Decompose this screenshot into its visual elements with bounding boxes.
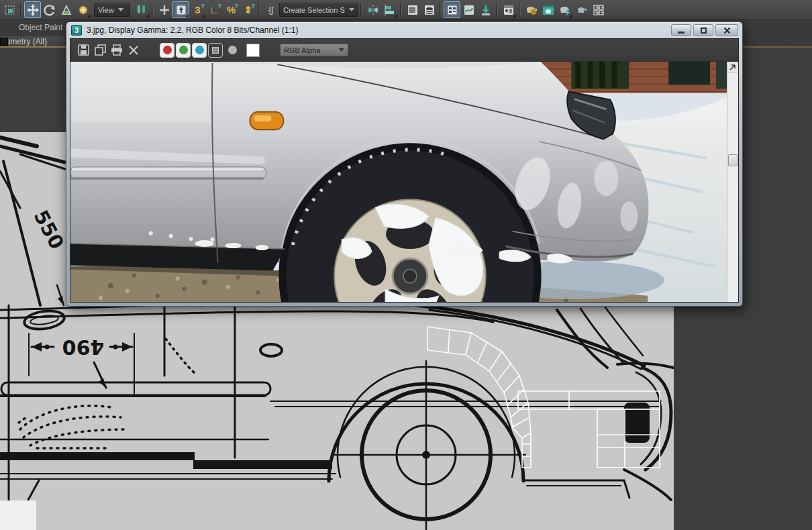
rectangular-selection-icon[interactable]	[1, 1, 18, 18]
print-image-icon[interactable]	[109, 43, 124, 58]
named-selection-sets-icon[interactable]: {ʃ	[262, 1, 279, 18]
photo-canvas[interactable]	[70, 62, 727, 302]
render-flyout-icon[interactable]	[590, 1, 607, 18]
vertical-scrollbar[interactable]	[727, 62, 738, 302]
toolbar-separator	[258, 3, 260, 17]
window-body: RGB Alpha	[70, 38, 739, 303]
red-channel-button[interactable]	[160, 43, 174, 58]
delete-image-icon[interactable]	[126, 43, 141, 58]
blueprint-dim-490: 490	[62, 335, 105, 359]
maximize-button[interactable]	[693, 24, 713, 36]
viewer-content	[70, 62, 738, 302]
angle-snap-icon[interactable]: ∟ ?	[206, 1, 223, 18]
toolbar-separator	[20, 3, 22, 17]
percent-snap-icon[interactable]: % ?	[223, 1, 240, 18]
keyboard-override-icon[interactable]	[133, 1, 150, 18]
snaps-cross-icon[interactable]	[156, 1, 172, 18]
chevron-down-icon	[349, 8, 354, 11]
schematic-view-icon[interactable]	[477, 1, 494, 18]
close-button[interactable]	[715, 24, 738, 36]
toolbar-separator	[360, 3, 362, 17]
spinner-snap-icon[interactable]: ⇕ ?	[240, 1, 256, 18]
render-production-icon[interactable]	[556, 1, 573, 18]
alpha-channel-icon	[212, 47, 219, 54]
main-toolbar: View 3 ? ∟ ? % ? ⇕ ? {ʃ Create Selection…	[0, 0, 812, 20]
toolbar-separator	[496, 3, 498, 17]
select-and-scale-icon[interactable]	[58, 1, 74, 18]
snap-3d-icon[interactable]: 3 ?	[189, 1, 206, 18]
save-image-icon[interactable]	[76, 43, 91, 58]
editable-poly-wireframe	[427, 327, 660, 468]
alpha-channel-button[interactable]	[208, 43, 223, 58]
pan-arrow-icon	[729, 64, 736, 70]
window-controls	[671, 24, 738, 36]
clone-window-icon[interactable]	[93, 43, 107, 58]
named-selection-set-value: Create Selection Se	[283, 6, 345, 14]
select-and-manipulate-icon[interactable]	[74, 1, 91, 18]
reference-coordinate-value: View	[98, 6, 114, 14]
minimize-button[interactable]	[671, 24, 691, 36]
close-icon	[723, 27, 731, 34]
named-selection-set-dropdown[interactable]: Create Selection Se	[279, 3, 358, 17]
image-viewer-window[interactable]: 3 3.jpg, Display Gamma: 2,2, RGB Color 8…	[66, 21, 743, 307]
green-channel-button[interactable]	[176, 43, 191, 58]
red-channel-icon	[163, 46, 172, 54]
use-center-flyout-icon[interactable]	[172, 1, 189, 18]
ribbon-tab-object-paint[interactable]: Object Paint	[19, 23, 62, 32]
viewer-toolbar: RGB Alpha	[70, 39, 738, 62]
monochrome-button[interactable]	[228, 46, 237, 54]
material-editor-icon[interactable]	[500, 1, 517, 18]
channel-display-dropdown[interactable]: RGB Alpha	[280, 44, 348, 56]
background-color-swatch[interactable]	[246, 44, 260, 57]
maximize-icon	[701, 28, 707, 34]
render-iterative-icon[interactable]	[573, 1, 590, 18]
scrollbar-thumb[interactable]	[728, 154, 738, 166]
window-icon: 3	[71, 25, 82, 36]
ribbon-toggle-icon[interactable]	[444, 1, 460, 18]
scene-explorer-icon[interactable]	[404, 1, 421, 18]
toolbar-separator	[400, 3, 402, 17]
blueprint-dim-550: 550	[30, 207, 68, 253]
channel-display-value: RGB Alpha	[284, 46, 320, 54]
rendered-frame-icon[interactable]	[540, 1, 556, 18]
blue-channel-icon	[195, 46, 204, 54]
toolbar-separator	[519, 3, 521, 17]
mirror-icon[interactable]	[364, 1, 381, 18]
chevron-down-icon	[118, 8, 123, 11]
select-and-move-icon[interactable]	[24, 1, 41, 18]
reference-coordinate-dropdown[interactable]: View	[94, 3, 130, 17]
window-titlebar[interactable]: 3 3.jpg, Display Gamma: 2,2, RGB Color 8…	[66, 22, 742, 38]
minimize-icon	[678, 32, 684, 34]
curve-editor-icon[interactable]	[460, 1, 477, 18]
scroll-pan-button[interactable]	[727, 62, 738, 72]
select-and-rotate-icon[interactable]	[41, 1, 58, 18]
toolbar-separator	[152, 3, 154, 17]
window-title: 3.jpg, Display Gamma: 2,2, RGB Color 8 B…	[87, 25, 298, 35]
toolbar-separator	[440, 3, 442, 17]
render-setup-icon[interactable]	[523, 1, 540, 18]
green-channel-icon	[179, 46, 188, 54]
chevron-down-icon	[339, 48, 344, 52]
align-icon[interactable]	[381, 1, 398, 18]
layer-explorer-icon[interactable]	[421, 1, 438, 18]
car-photo	[70, 62, 727, 302]
blue-channel-button[interactable]	[192, 43, 207, 58]
